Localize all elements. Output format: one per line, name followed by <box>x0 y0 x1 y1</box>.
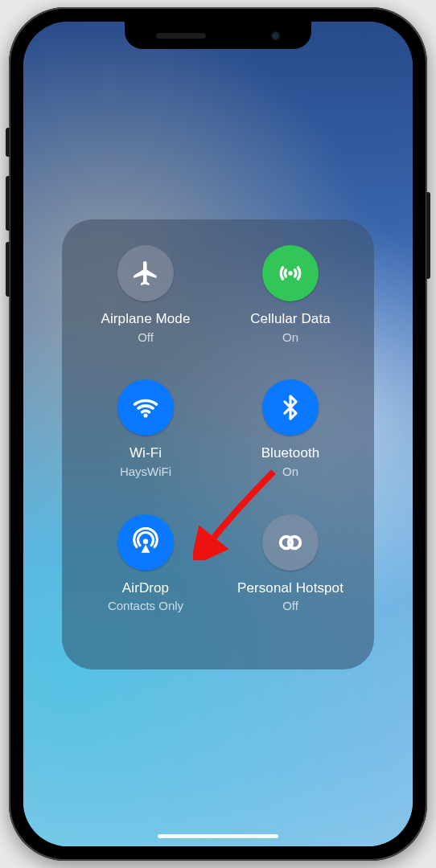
front-camera <box>270 31 281 41</box>
svg-point-2 <box>143 538 148 543</box>
personal-hotspot-label: Personal Hotspot <box>237 580 343 596</box>
airplane-mode-status: Off <box>138 330 154 344</box>
svg-point-0 <box>288 271 292 275</box>
svg-point-1 <box>143 414 147 418</box>
bluetooth-status: On <box>282 465 298 478</box>
iphone-frame: Airplane Mode Off Cellular Data On <box>9 7 427 861</box>
airplane-mode-label: Airplane Mode <box>101 311 191 327</box>
wifi-status: HaysWiFi <box>120 465 171 478</box>
cellular-data-tile[interactable]: Cellular Data On <box>218 245 363 379</box>
bluetooth-icon <box>262 379 319 436</box>
cellular-icon <box>262 245 319 301</box>
airdrop-icon <box>117 514 174 571</box>
screen: Airplane Mode Off Cellular Data On <box>23 22 413 846</box>
notch <box>125 22 311 49</box>
wifi-icon <box>117 379 174 436</box>
hotspot-icon <box>262 514 319 571</box>
side-button <box>426 192 430 279</box>
airdrop-tile[interactable]: AirDrop Contacts Only <box>73 514 218 649</box>
connectivity-card[interactable]: Airplane Mode Off Cellular Data On <box>62 219 374 669</box>
mute-switch <box>6 128 10 157</box>
personal-hotspot-status: Off <box>282 599 298 612</box>
volume-down-button <box>6 242 10 297</box>
bluetooth-label: Bluetooth <box>261 445 320 461</box>
airdrop-label: AirDrop <box>122 580 169 596</box>
wifi-tile[interactable]: Wi-Fi HaysWiFi <box>73 379 218 514</box>
airplane-icon <box>117 245 174 301</box>
speaker-grille <box>156 33 206 39</box>
home-indicator[interactable] <box>158 834 278 838</box>
personal-hotspot-tile[interactable]: Personal Hotspot Off <box>218 514 363 649</box>
svg-point-4 <box>289 536 301 548</box>
airplane-mode-tile[interactable]: Airplane Mode Off <box>73 245 218 379</box>
airdrop-status: Contacts Only <box>108 599 183 612</box>
cellular-data-label: Cellular Data <box>250 311 331 327</box>
wifi-label: Wi-Fi <box>130 445 162 461</box>
cellular-data-status: On <box>282 330 298 344</box>
bluetooth-tile[interactable]: Bluetooth On <box>218 379 363 514</box>
volume-up-button <box>6 176 10 231</box>
